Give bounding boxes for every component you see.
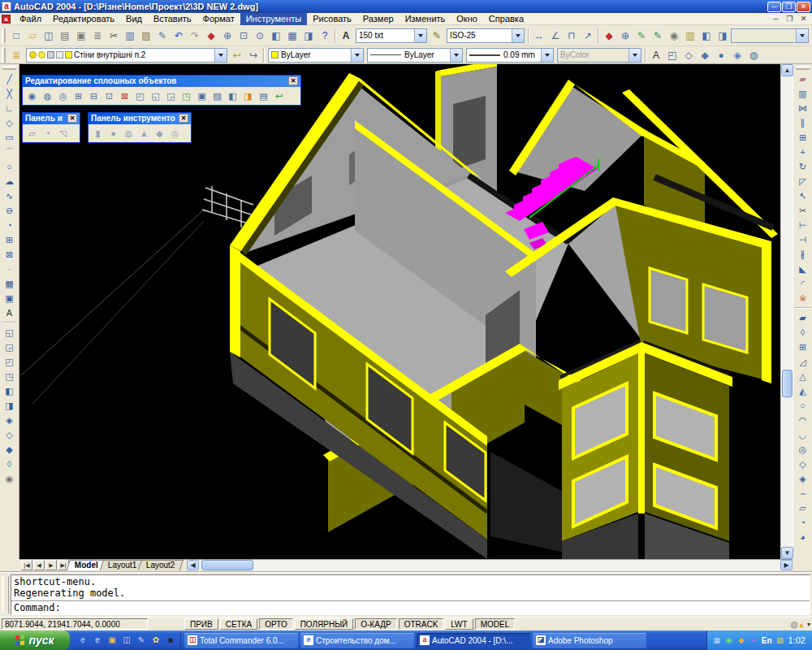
box-surface-icon[interactable]: ⊞ — [794, 340, 812, 354]
solids-panel-titlebar[interactable]: Панель инструменто ✕ — [89, 113, 191, 124]
menu-file[interactable]: Файл — [14, 13, 47, 25]
intersect-icon[interactable]: ◎ — [55, 89, 71, 103]
ruled-surface-icon[interactable]: ◔ — [794, 515, 812, 530]
extend-icon[interactable]: ⊢ — [794, 218, 812, 232]
combo-arrow-icon[interactable] — [414, 29, 426, 42]
edge-surf-icon[interactable]: ◹ — [55, 126, 71, 141]
mdi-minimize-button[interactable]: ─ — [770, 14, 782, 24]
language-indicator[interactable]: En — [762, 636, 772, 645]
redo-icon[interactable]: ↷ — [187, 28, 203, 44]
status-polar[interactable]: ПОЛЯРНЫЙ — [295, 618, 354, 630]
gouraud-shaded-icon[interactable]: ● — [713, 47, 729, 63]
combo-arrow-icon[interactable] — [450, 49, 462, 62]
text-style-combo[interactable]: 150 txt — [356, 28, 427, 43]
layer-combo[interactable]: Стіни внутрішні п.2 — [26, 48, 227, 63]
leader-icon[interactable]: ↗ — [580, 28, 596, 44]
sheet-set-icon[interactable]: ▥ — [682, 28, 698, 44]
ql-browser[interactable]: e — [92, 635, 103, 646]
pyramid-icon[interactable]: △ — [794, 369, 812, 384]
menu-view[interactable]: Вид — [120, 13, 148, 25]
paste-icon[interactable]: ▨ — [138, 28, 154, 44]
break-at-point-icon[interactable]: ⊣ — [794, 232, 812, 247]
menu-dimension[interactable]: Размер — [357, 13, 400, 25]
erase-icon[interactable]: ▰ — [794, 72, 812, 86]
close-button[interactable]: ✕ — [797, 2, 810, 12]
solids-panel-toolbar[interactable]: Панель инструменто ✕ ▮●◍▲◆◎ — [88, 112, 192, 143]
color-faces-icon[interactable]: ◳ — [179, 89, 194, 103]
color-combo[interactable]: ByLayer — [268, 48, 364, 63]
copy-faces-icon[interactable]: ◲ — [163, 89, 179, 103]
ql-total-commander[interactable]: ◫ — [121, 635, 132, 646]
dome-icon[interactable]: ◠ — [794, 413, 812, 427]
combo-arrow-icon[interactable] — [512, 29, 524, 42]
insert-block-icon[interactable]: ⊞ — [1, 232, 19, 247]
menu-help[interactable]: Справка — [483, 13, 529, 25]
offset-faces-icon[interactable]: ⊡ — [102, 89, 117, 103]
designcenter-icon[interactable]: ▦ — [284, 28, 300, 44]
help-icon[interactable]: ? — [317, 28, 333, 44]
restore-button[interactable]: ❐ — [782, 2, 796, 12]
ellipse-arc-icon[interactable]: ◔ — [1, 218, 19, 232]
arc-icon[interactable]: ⌒ — [1, 145, 19, 159]
rev-surf-icon[interactable]: ◔ — [40, 126, 55, 141]
move-icon[interactable]: + — [794, 145, 812, 159]
solid-wedge-icon[interactable]: ◆ — [152, 126, 167, 141]
dim-style-combo[interactable]: ISO-25 — [447, 28, 525, 43]
cut-icon[interactable]: ✂ — [106, 28, 122, 44]
mdi-close-button[interactable]: ✕ — [797, 14, 810, 24]
sketch-revise-icon[interactable]: ✎ — [650, 28, 666, 44]
make-layer-current-icon[interactable]: ↩ — [229, 47, 245, 63]
menu-edit[interactable]: Редактировать — [47, 13, 120, 25]
rectangle-icon[interactable]: ▭ — [1, 130, 19, 145]
separate-icon[interactable]: ◧ — [225, 89, 240, 103]
zoom-window-icon[interactable]: ⊡ — [235, 28, 252, 44]
match-properties-icon[interactable]: ✎ — [154, 28, 171, 44]
extrude-faces-icon[interactable]: ⊞ — [71, 89, 86, 103]
new-icon[interactable]: □ — [8, 28, 24, 44]
save-icon[interactable]: ◫ — [41, 28, 57, 44]
angular-dimension-icon[interactable]: ∠ — [547, 28, 564, 44]
task-autocad[interactable]: a AutoCAD 2004 - [D:\... — [417, 633, 530, 648]
text-style-icon[interactable]: A — [338, 28, 354, 44]
task-browser-page[interactable]: e Строительство дом... — [300, 633, 414, 648]
hidden-mode-icon[interactable]: ◆ — [697, 47, 713, 63]
status-otrack[interactable]: OTRACK — [399, 618, 444, 630]
drawing-viewport[interactable]: Редактирование сплошных объектов ✕ ◉◍◎⊞⊟… — [19, 64, 780, 559]
publish-icon[interactable]: ≣ — [89, 28, 106, 44]
status-model[interactable]: MODEL — [475, 618, 516, 630]
combo-arrow-icon[interactable] — [541, 49, 553, 62]
command-input[interactable]: Command: — [11, 601, 810, 614]
zoom-extents-icon[interactable]: ⊕ — [617, 28, 633, 44]
imprint-icon[interactable]: ▣ — [194, 89, 209, 103]
close-icon[interactable]: ✕ — [179, 114, 188, 123]
shell-icon[interactable]: ◨ — [240, 89, 256, 103]
region-icon[interactable]: ▣ — [1, 291, 19, 306]
menu-draw[interactable]: Рисовать — [307, 13, 357, 25]
line-icon[interactable]: ╱ — [1, 72, 19, 86]
check-icon[interactable]: ▤ — [256, 89, 271, 103]
combo-arrow-icon[interactable] — [214, 49, 227, 62]
edge-surface-icon[interactable]: ◕ — [794, 530, 812, 544]
ellipse-icon[interactable]: ⊖ — [1, 203, 19, 218]
3d-orbit-icon[interactable]: ◰ — [664, 47, 680, 63]
command-window-grip[interactable] — [2, 576, 9, 613]
ruled-surf-icon[interactable]: ▱ — [24, 126, 40, 141]
ql-console[interactable]: ■ — [165, 635, 176, 646]
torus-surface-icon[interactable]: ◎ — [794, 442, 812, 457]
status-lwt[interactable]: LWT — [445, 618, 473, 630]
plot-icon[interactable]: ▤ — [57, 28, 73, 44]
status-ortho[interactable]: ОРТО — [259, 618, 292, 630]
construction-line-icon[interactable]: ╳ — [1, 86, 19, 101]
top-view-icon[interactable]: ◱ — [1, 325, 19, 340]
stretch-icon[interactable]: ↖ — [794, 188, 812, 203]
dish-icon[interactable]: ◡ — [794, 427, 812, 442]
3d-mesh-icon[interactable]: ◈ — [794, 471, 812, 486]
surfaces-panel-titlebar[interactable]: Панель и ✕ — [23, 113, 80, 124]
tab-nav-next[interactable]: ▶ — [45, 560, 57, 570]
rotate-faces-icon[interactable]: ◰ — [132, 89, 148, 103]
combo-arrow-icon[interactable] — [351, 49, 363, 62]
solids-editing-toolbar[interactable]: Редактирование сплошных объектов ✕ ◉◍◎⊞⊟… — [22, 75, 301, 106]
horizontal-scrollbar[interactable]: ◀ ▶ — [187, 560, 793, 571]
taper-faces-icon[interactable]: ◱ — [148, 89, 163, 103]
flat-shaded-icon[interactable]: ◈ — [729, 47, 745, 63]
